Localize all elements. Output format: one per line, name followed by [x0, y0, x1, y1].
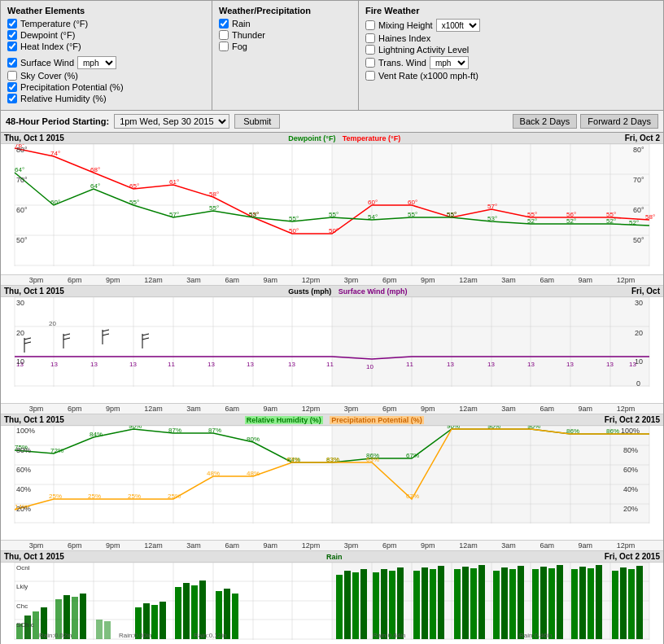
- rain-bar: [579, 567, 586, 639]
- rain-bar: [470, 568, 477, 639]
- precip-potential-checkbox[interactable]: [7, 82, 17, 92]
- x-label: 12pm: [617, 541, 636, 550]
- rain-chart-wrapper: Thu, Oct 1 2015 Rain Fri, Oct 2 2015: [1, 551, 663, 644]
- x-label: 12am: [144, 541, 163, 550]
- x-label: 9am: [264, 276, 278, 284]
- fog-checkbox[interactable]: [219, 42, 229, 51]
- x-label: 6pm: [382, 276, 397, 284]
- temp-val-6: 58°: [209, 191, 219, 198]
- rain-bar: [620, 567, 627, 639]
- x-label: 9am: [264, 405, 278, 413]
- rain-chart-title-bar: Thu, Oct 1 2015 Rain Fri, Oct 2 2015: [1, 551, 663, 563]
- rain-checkbox[interactable]: [219, 19, 229, 28]
- sky-cover-check-item: Sky Cover (%): [7, 71, 205, 81]
- rain-bar: [151, 605, 158, 639]
- dp-val-12: 55°: [447, 211, 456, 218]
- precip-val-9: 63%: [326, 456, 339, 463]
- y-label-80-left: 80°: [16, 146, 28, 154]
- trans-wind-select[interactable]: mphkm/hkts: [430, 56, 469, 69]
- haines-check-item: Haines Index: [365, 33, 657, 43]
- x-label: 12am: [144, 405, 163, 413]
- wind-chart-x-labels: 3pm 6pm 9pm 12am 3am 6am 9am 12pm 3pm 6p…: [1, 403, 663, 414]
- temp-val-8: 50°: [289, 227, 299, 234]
- y-hum-20-r: 20%: [623, 505, 638, 513]
- x-label: 6pm: [382, 405, 397, 413]
- haines-label: Haines Index: [378, 33, 430, 43]
- charts-container: Thu, Oct 1 2015 Dewpoint (°F) Temperatur…: [0, 133, 664, 644]
- rain-bar: [352, 572, 359, 639]
- rain-amount-2: Rain:0.00in: [119, 632, 151, 639]
- wind-chart-wrapper: Thu, Oct 1 2015 Gusts (mph) Surface Wind…: [1, 286, 663, 414]
- back-days-button[interactable]: Back 2 Days: [513, 114, 578, 129]
- x-label: 3am: [186, 276, 201, 284]
- rain-chart-title-right: Fri, Oct 2 2015: [605, 552, 660, 561]
- haines-checkbox[interactable]: [365, 33, 375, 43]
- lightning-check-item: Lightning Activity Level: [365, 45, 657, 55]
- forward-days-button[interactable]: Forward 2 Days: [580, 114, 658, 129]
- rain-chart-title-left: Thu, Oct 1 2015: [4, 552, 64, 561]
- surface-wind-unit-select[interactable]: mphkm/hkts: [77, 56, 116, 69]
- mixing-height-label: Mixing Height: [378, 20, 433, 30]
- temp-chart-title-right: Fri, Oct 2: [625, 134, 660, 142]
- rain-bar: [628, 569, 635, 639]
- thunder-check-item: Thunder: [219, 30, 352, 40]
- rain-bar: [588, 568, 594, 639]
- dp-val-4: 55°: [129, 199, 139, 206]
- vent-rate-check-item: Vent Rate (x1000 mph-ft): [365, 71, 657, 81]
- temp-val-5: 61°: [169, 178, 179, 186]
- surface-wind-legend: Surface Wind (mph): [339, 287, 408, 296]
- precip-val-4: 25%: [128, 493, 141, 500]
- top-panel: Weather Elements Temperature (°F) Dewpoi…: [0, 0, 664, 111]
- dp-val-1: 64°: [15, 166, 24, 173]
- x-label: 3pm: [344, 405, 359, 413]
- x-label: 12pm: [302, 405, 321, 413]
- rain-amount-3: Rain:0.12in: [194, 632, 226, 639]
- dp-val-17: 52°: [629, 219, 639, 226]
- y-wind-10-l: 10: [16, 357, 24, 366]
- x-label: 9am: [579, 405, 593, 413]
- rain-chart-legend: Rain: [326, 552, 343, 561]
- temp-val-3: 68°: [90, 166, 100, 173]
- rain-bar: [175, 587, 181, 639]
- submit-button[interactable]: Submit: [234, 114, 280, 129]
- rel-humidity-checkbox[interactable]: [7, 94, 17, 103]
- rain-bar: [493, 571, 500, 639]
- mixing-height-checkbox[interactable]: [365, 20, 375, 30]
- x-label: 9pm: [421, 276, 435, 284]
- rain-bar: [199, 580, 206, 639]
- rel-humidity-check-item: Relative Humidity (%): [7, 94, 205, 103]
- heat-index-checkbox[interactable]: [7, 42, 17, 51]
- temp-val-4: 65°: [129, 182, 139, 190]
- x-label: 12am: [144, 276, 163, 284]
- dewpoint-checkbox[interactable]: [7, 30, 17, 40]
- rain-bar: [360, 569, 367, 639]
- x-label: 3am: [186, 405, 201, 413]
- dewpoint-legend: Dewpoint (°F): [288, 134, 335, 142]
- x-label: 12am: [459, 541, 478, 550]
- dp-val-6: 55°: [209, 204, 219, 212]
- x-label: 6am: [540, 276, 554, 284]
- rel-humidity-legend: Relative Humidity (%): [245, 416, 323, 424]
- temp-checkbox[interactable]: [7, 19, 17, 28]
- rain-bar: [518, 566, 524, 639]
- rain-bar: [381, 569, 387, 639]
- period-select[interactable]: 1pm Wed, Sep 30 2015: [114, 114, 229, 129]
- x-label: 12am: [459, 276, 478, 284]
- humidity-chart-title-right: Fri, Oct 2 2015: [605, 415, 660, 424]
- thunder-checkbox[interactable]: [219, 30, 229, 40]
- y-rain-ocnl: Ocnl: [16, 564, 30, 572]
- lightning-checkbox[interactable]: [365, 45, 375, 55]
- temp-chart-svg: 76° 74° 68° 65° 61° 58° 55° 50° 50° 60° …: [1, 144, 663, 266]
- rain-bar: [72, 597, 78, 639]
- trans-wind-checkbox[interactable]: [365, 58, 375, 68]
- x-label: 12pm: [302, 276, 321, 284]
- precip-val-8: 63%: [286, 456, 299, 463]
- surface-wind-checkbox[interactable]: [7, 58, 17, 68]
- rain-bar: [422, 567, 428, 639]
- vent-rate-checkbox[interactable]: [365, 71, 375, 81]
- y-label-70-left: 70°: [16, 176, 28, 184]
- sky-cover-checkbox[interactable]: [7, 71, 17, 81]
- hum-val-4: 90%: [129, 426, 142, 430]
- y-label-70-right: 70°: [633, 176, 644, 184]
- mixing-height-select[interactable]: x100ftm: [436, 19, 480, 32]
